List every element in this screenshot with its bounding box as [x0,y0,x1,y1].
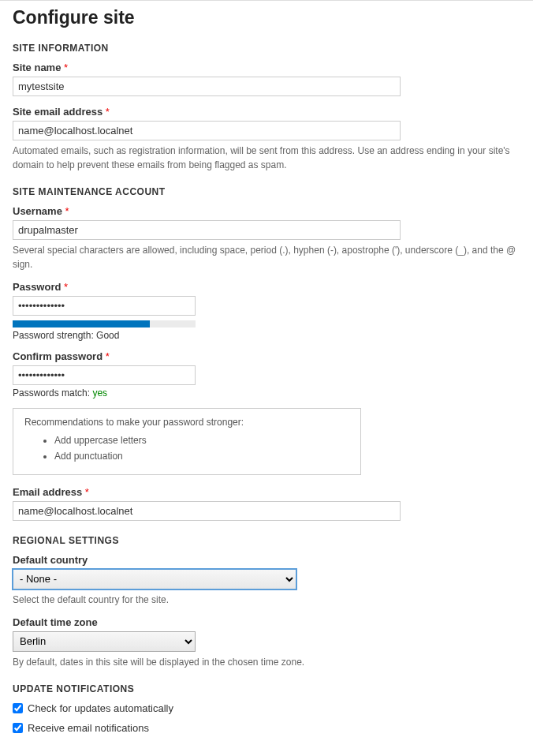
password-strength-text: Password strength: Good [13,330,520,341]
password-label: Password * [13,281,520,293]
receive-email-label[interactable]: Receive email notifications [28,722,149,734]
check-updates-label[interactable]: Check for updates automatically [28,702,173,714]
default-country-description: Select the default country for the site. [13,593,520,607]
site-email-input[interactable] [13,121,401,140]
password-strength-bar [13,320,196,327]
recommendations-title: Recommendations to make your password st… [24,417,349,428]
recommendation-item: Add punctuation [54,448,349,464]
username-input[interactable] [13,220,401,240]
default-timezone-select[interactable]: Berlin [13,631,196,652]
default-country-label: Default country [13,554,520,566]
site-name-input[interactable] [13,77,401,96]
password-input[interactable] [13,296,196,316]
section-maintenance-account: SITE MAINTENANCE ACCOUNT [13,186,520,197]
recommendation-item: Add uppercase letters [54,432,349,448]
page-title: Configure site [13,7,520,28]
confirm-password-label: Confirm password * [13,350,520,362]
username-description: Several special characters are allowed, … [13,243,520,271]
site-email-label: Site email address * [13,106,520,118]
section-regional-settings: REGIONAL SETTINGS [13,535,520,546]
password-strength-fill [13,320,150,327]
email-address-input[interactable] [13,501,401,521]
password-recommendations: Recommendations to make your password st… [13,408,361,475]
section-site-information: SITE INFORMATION [13,43,520,54]
section-update-notifications: UPDATE NOTIFICATIONS [13,683,520,694]
site-name-label: Site name * [13,62,520,73]
check-updates-checkbox[interactable] [13,703,23,713]
site-email-description: Automated emails, such as registration i… [13,144,520,172]
default-country-select[interactable]: - None - [13,569,296,589]
email-address-label: Email address * [13,486,520,498]
username-label: Username * [13,205,520,217]
receive-email-checkbox[interactable] [13,723,23,733]
default-timezone-label: Default time zone [13,616,520,628]
password-match-text: Passwords match: yes [13,387,520,399]
default-timezone-description: By default, dates in this site will be d… [13,655,520,669]
confirm-password-input[interactable] [13,365,196,385]
